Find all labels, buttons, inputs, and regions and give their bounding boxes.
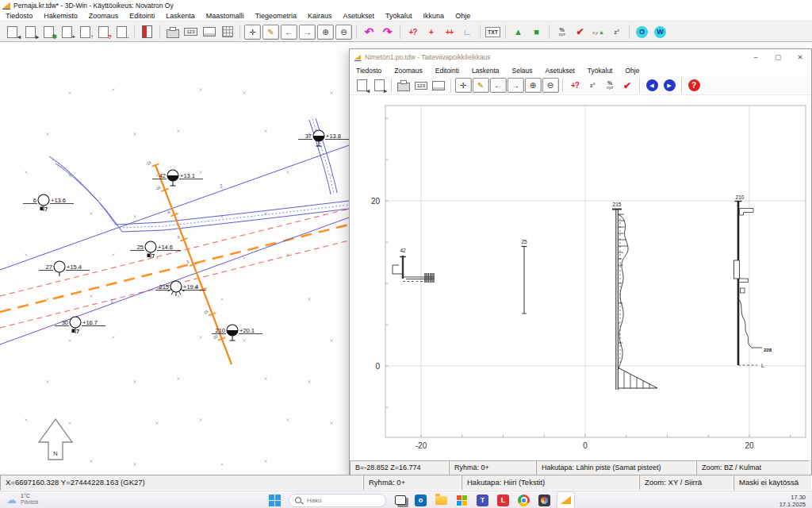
taskbar-clock[interactable]: 17.30 17.1.2025 [779, 494, 806, 508]
taskbar-app-microsoft-365[interactable] [454, 492, 470, 508]
surface-model-icon[interactable]: ▲ [509, 23, 527, 40]
taskbar-app-l-app[interactable]: L [495, 492, 511, 508]
map-point-210[interactable]: 210+20.1 [212, 325, 262, 341]
area-tool-icon[interactable]: ■ [527, 23, 546, 40]
minimize-button[interactable]: – [745, 49, 767, 65]
zoom-extents-icon[interactable]: ✛ [243, 23, 262, 40]
profile-25[interactable]: 25 [521, 239, 527, 314]
taskbar-app-chrome[interactable] [515, 492, 532, 508]
blue-breakline[interactable] [0, 145, 349, 270]
screen-save-icon[interactable] [430, 77, 447, 94]
menu-kairaus[interactable]: Kairaus [302, 12, 338, 20]
z-tool-icon[interactable]: z² [607, 23, 626, 40]
help-icon[interactable]: ? [685, 77, 703, 94]
maximize-button[interactable]: ▢ [767, 49, 789, 65]
file-copy-icon[interactable]: + [58, 23, 76, 40]
print-icon[interactable] [163, 23, 182, 40]
point-find-icon[interactable]: +? [566, 77, 584, 94]
nav-prev-icon[interactable]: ◀ [643, 77, 661, 94]
file-format-icon[interactable]: ✱ [40, 23, 58, 40]
plot-canvas[interactable]: -20020020 42 25 [350, 95, 810, 457]
point-codes-icon[interactable]: 123 [182, 23, 200, 40]
point-codes-icon[interactable]: 123 [412, 77, 430, 94]
zoom-out-icon[interactable]: ⊖ [335, 23, 353, 40]
file-write-icon[interactable]: ▸ [370, 77, 388, 94]
file-read-icon[interactable]: ◂ [353, 77, 370, 94]
taskbar-search[interactable] [289, 494, 386, 507]
zoom-in-icon[interactable]: ⊕ [316, 23, 335, 40]
nav-next-icon[interactable]: ▶ [661, 77, 678, 94]
taskbar-app-teams[interactable]: T [474, 492, 491, 508]
file-write-icon[interactable]: ▸ [21, 23, 40, 40]
menu-selaus[interactable]: Selaus [505, 67, 538, 75]
pan-right-icon[interactable]: → [298, 23, 316, 40]
menu-työkalut[interactable]: Työkalut [581, 67, 619, 75]
profile-210[interactable]: 210 228 L [734, 194, 772, 368]
pan-left-icon[interactable]: ← [280, 23, 298, 40]
file-export-icon[interactable]: → [113, 23, 131, 40]
menu-zoomaus[interactable]: Zoomaus [83, 12, 124, 20]
taskbar-app-photos[interactable] [536, 492, 553, 508]
child-titlebar[interactable]: Nimetön1.po.tdw - Taiteviivapoikkileikka… [350, 49, 811, 65]
map-point-25[interactable]: 25+14.6 [130, 241, 181, 258]
zoom-window-icon[interactable]: ✎ [472, 77, 489, 94]
taskbar-app-outlook[interactable]: o [412, 492, 429, 508]
map-workspace[interactable]: ZZ-15-10-5051015206+13.642+13.137+13.825… [0, 41, 812, 475]
start-button[interactable] [266, 492, 283, 508]
txt-editor-icon[interactable]: TXT [484, 23, 502, 40]
cross-section-window[interactable]: Nimetön1.po.tdw - Taiteviivapoikkileikka… [349, 48, 812, 475]
w-tool-icon[interactable]: W [651, 23, 669, 40]
weather-widget[interactable]: ☁ 1°C Pilvistä [6, 493, 38, 506]
file-copy-2-icon[interactable]: ↑ [76, 23, 94, 40]
undo-icon[interactable]: ↶ [360, 23, 378, 40]
point-add-icon[interactable]: + [422, 23, 440, 40]
menu-ohje[interactable]: Ohje [450, 12, 476, 20]
menu-editointi[interactable]: Editointi [124, 12, 160, 20]
menu-ikkuna[interactable]: Ikkuna [418, 12, 450, 20]
map-point-27[interactable]: 27+15.4 [39, 261, 90, 276]
profile-215[interactable]: 215 [612, 202, 657, 390]
menu-työkalut[interactable]: Työkalut [380, 12, 418, 20]
o-tool-icon[interactable]: O [633, 23, 651, 40]
close-button[interactable]: ✕ [789, 49, 811, 65]
pan-right-icon[interactable]: → [507, 77, 524, 94]
profile-42[interactable]: 42 [393, 248, 434, 283]
xyz-fraction-icon[interactable]: %xyz [601, 77, 619, 94]
menu-maastomalli[interactable]: Maastomalli [201, 12, 250, 20]
approve-check-icon[interactable]: ✔ [571, 23, 589, 40]
menu-ohje[interactable]: Ohje [619, 67, 645, 75]
menu-asetukset[interactable]: Asetukset [338, 12, 381, 20]
taskbar-app-task-view[interactable] [392, 492, 408, 508]
taskbar-app-explorer[interactable] [433, 492, 450, 508]
map-point-42[interactable]: 42+13.1 [152, 170, 203, 186]
map-point-30[interactable]: 30+16.7 [55, 317, 105, 333]
cross-section-plot[interactable]: -20020020 42 25 [350, 95, 811, 460]
z-tool-icon[interactable]: z² [584, 77, 601, 94]
map-point-6[interactable]: 6+13.6 [23, 194, 74, 211]
zoom-window-icon[interactable]: ✎ [262, 23, 280, 40]
taskbar-app-3d-win[interactable] [557, 491, 575, 508]
line-tool-icon[interactable]: ∟ [458, 23, 477, 40]
file-read-icon[interactable]: ◂ [3, 23, 21, 40]
menu-laskenta[interactable]: Laskenta [160, 12, 201, 20]
zoom-extents-icon[interactable]: ✛ [454, 77, 472, 94]
menu-tiedosto[interactable]: Tiedosto [0, 12, 38, 20]
screen-save-icon[interactable] [200, 23, 218, 40]
active-file-icon[interactable] [138, 23, 156, 40]
menu-tiegeometria[interactable]: Tiegeometria [250, 12, 302, 20]
pan-left-icon[interactable]: ← [489, 77, 507, 94]
menu-zoomaus[interactable]: Zoomaus [388, 67, 428, 75]
zoom-in-icon[interactable]: ⊕ [524, 77, 542, 94]
search-input[interactable] [305, 496, 372, 505]
print-icon[interactable] [395, 77, 412, 94]
point-find-icon[interactable]: +? [404, 23, 422, 40]
point-scatter-icon[interactable]: ++ [440, 23, 458, 40]
raster-icon[interactable] [218, 23, 236, 40]
zoom-out-icon[interactable]: ⊖ [542, 77, 559, 94]
menu-laskenta[interactable]: Laskenta [465, 67, 506, 75]
menu-hakemisto[interactable]: Hakemisto [38, 12, 83, 20]
approve-check-icon[interactable]: ✔ [619, 77, 636, 94]
menu-editointi[interactable]: Editointi [429, 67, 465, 75]
file-help-icon[interactable]: ? [94, 23, 113, 40]
redo-icon[interactable]: ↷ [378, 23, 396, 40]
